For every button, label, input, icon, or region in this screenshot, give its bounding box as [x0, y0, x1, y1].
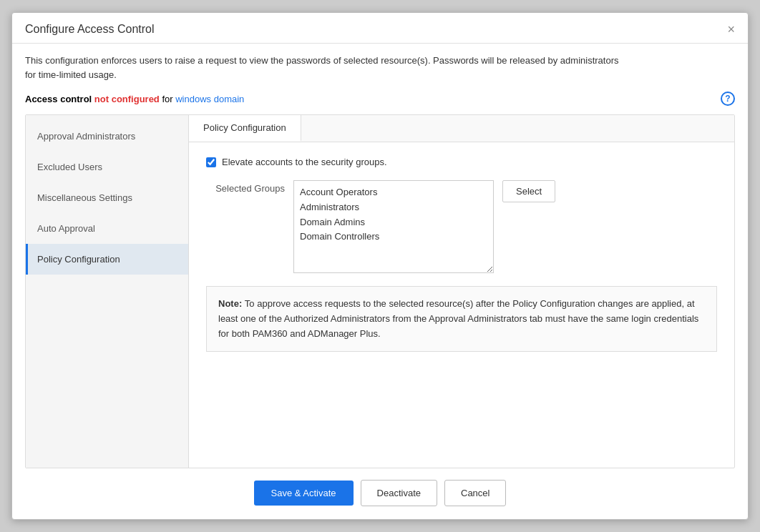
tab-content-policy-configuration: Elevate accounts to the security groups.…: [189, 142, 734, 468]
access-status-prefix: Access control: [25, 94, 94, 104]
elevate-row: Elevate accounts to the security groups.: [206, 157, 717, 167]
description-line2: for time-limited usage.: [25, 69, 117, 80]
sidebar-item-miscellaneous-settings[interactable]: Miscellaneous Settings: [26, 182, 188, 213]
dialog-title: Configure Access Control: [25, 23, 155, 36]
elevate-checkbox[interactable]: [206, 157, 216, 167]
configure-access-control-dialog: Configure Access Control × This configur…: [11, 12, 749, 520]
sidebar-item-auto-approval[interactable]: Auto Approval: [26, 213, 188, 244]
sidebar-item-policy-configuration[interactable]: Policy Configuration: [26, 244, 188, 275]
footer: Save & Activate Deactivate Cancel: [12, 468, 748, 519]
not-configured-label: not configured: [94, 94, 160, 104]
description-line1: This configuration enforces users to rai…: [25, 55, 619, 66]
dialog-description: This configuration enforces users to rai…: [12, 44, 748, 89]
deactivate-button[interactable]: Deactivate: [361, 480, 437, 506]
groups-row: Selected Groups Select: [206, 180, 717, 273]
note-text: To approve access requests to the select…: [218, 298, 698, 339]
close-button[interactable]: ×: [727, 23, 735, 36]
content-area: Policy Configuration Elevate accounts to…: [189, 115, 734, 468]
sidebar: Approval Administrators Excluded Users M…: [26, 115, 189, 468]
windows-domain-link[interactable]: windows domain: [175, 94, 244, 104]
elevate-label: Elevate accounts to the security groups.: [222, 157, 387, 167]
access-status-middle: for: [160, 94, 175, 104]
note-box: Note: To approve access requests to the …: [206, 286, 717, 352]
help-icon[interactable]: ?: [721, 92, 735, 106]
cancel-button[interactable]: Cancel: [444, 480, 506, 506]
tab-policy-configuration[interactable]: Policy Configuration: [189, 115, 301, 142]
groups-textarea[interactable]: [293, 180, 494, 273]
sidebar-item-excluded-users[interactable]: Excluded Users: [26, 152, 188, 182]
select-button[interactable]: Select: [502, 180, 555, 202]
access-status-text: Access control not configured for window…: [25, 94, 244, 104]
access-status-bar: Access control not configured for window…: [12, 89, 748, 114]
groups-label: Selected Groups: [206, 180, 285, 194]
sidebar-item-approval-administrators[interactable]: Approval Administrators: [26, 121, 188, 152]
save-activate-button[interactable]: Save & Activate: [254, 481, 354, 506]
note-label: Note:: [218, 298, 245, 309]
main-content: Approval Administrators Excluded Users M…: [25, 114, 735, 468]
tabs-bar: Policy Configuration: [189, 115, 734, 142]
dialog-header: Configure Access Control ×: [12, 13, 748, 44]
